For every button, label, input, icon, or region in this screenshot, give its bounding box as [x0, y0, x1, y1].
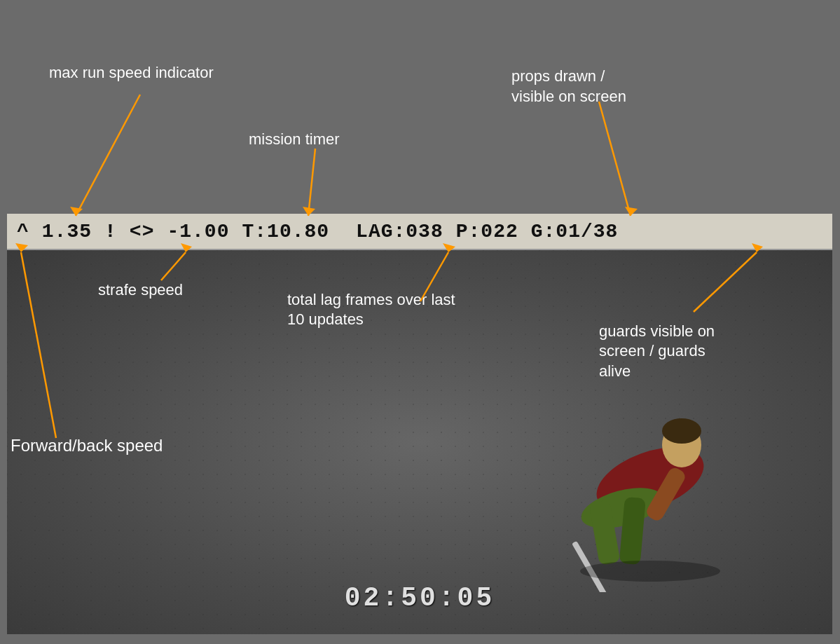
hud-bar: ^ 1.35 ! <> -1.00 T:10.80 LAG:038 P:022 … [7, 214, 832, 250]
game-timer-display: 02:50:05 [345, 583, 495, 613]
strafe-speed-label: strafe speed [98, 280, 183, 301]
hud-speed-value: 1.35 [42, 221, 92, 242]
props-drawn-label: props drawn / visible on screen [511, 67, 626, 107]
max-run-speed-label: max run speed indicator [49, 63, 214, 83]
forward-back-label: Forward/back speed [11, 434, 163, 456]
annotation-area: max run speed indicator props drawn / vi… [0, 0, 840, 214]
hud-caret: ^ [17, 221, 29, 242]
svg-point-7 [662, 418, 701, 444]
hud-exclaim: ! [104, 221, 117, 242]
svg-point-8 [580, 561, 720, 582]
mission-timer-label: mission timer [249, 130, 340, 150]
lag-frames-label: total lag frames over last 10 updates [287, 270, 455, 330]
guards-visible-label: guards visible on screen / guards alive [599, 301, 715, 381]
hud-neg-speed: -1.00 [167, 221, 229, 242]
hud-guards: G:01/38 [531, 221, 619, 242]
hud-angle-brackets: <> [130, 221, 155, 242]
hud-props: P:022 [456, 221, 518, 242]
game-figure [552, 368, 748, 592]
hud-timer: T:10.80 [242, 221, 329, 242]
hud-lag: LAG:038 [356, 221, 443, 242]
